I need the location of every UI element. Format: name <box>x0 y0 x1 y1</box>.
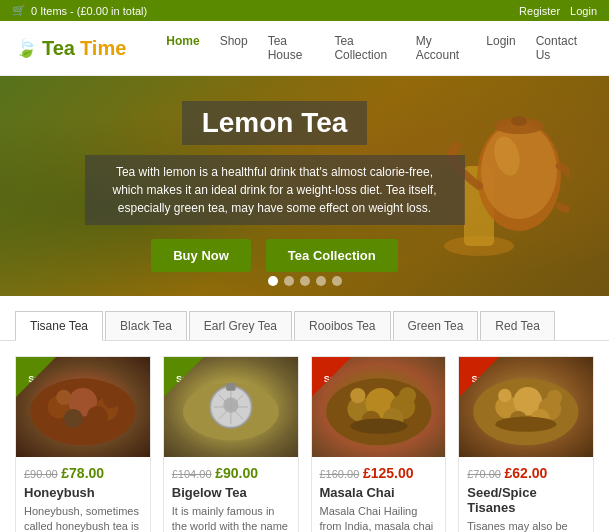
product-card-honeybush: Sale £90.00 £78.00 Honeybush Honeybush, … <box>15 356 151 532</box>
price-original-honeybush: £90.00 £78.00 <box>24 465 142 481</box>
nav-tea-collection[interactable]: Tea Collection <box>324 29 405 67</box>
svg-rect-23 <box>226 383 236 391</box>
tab-tisane-tea[interactable]: Tisane Tea <box>15 311 103 341</box>
hero-banner: Lemon Tea Tea with lemon is a healthful … <box>0 76 609 296</box>
nav-contact[interactable]: Contact Us <box>526 29 594 67</box>
logo[interactable]: 🍃 TeaTime <box>15 37 126 60</box>
top-bar: 🛒 0 Items - (£0.00 in total) Register Lo… <box>0 0 609 21</box>
header: 🍃 TeaTime Home Shop Tea House Tea Collec… <box>0 21 609 76</box>
svg-point-14 <box>103 391 120 408</box>
tab-green-tea[interactable]: Green Tea <box>393 311 479 340</box>
login-link-top[interactable]: Login <box>570 5 597 17</box>
tab-earl-grey-tea[interactable]: Earl Grey Tea <box>189 311 292 340</box>
tab-red-tea[interactable]: Red Tea <box>480 311 554 340</box>
product-name-spice: Seed/Spice Tisanes <box>467 485 585 515</box>
price-masala: £160.00 £125.00 <box>320 465 438 481</box>
product-desc-masala: Masala Chai Hailing from India, masala c… <box>320 504 438 532</box>
logo-time: Time <box>80 37 126 60</box>
hero-description: Tea with lemon is a healthful drink that… <box>85 155 465 225</box>
buy-now-button[interactable]: Buy Now <box>151 239 251 272</box>
cart-icon: 🛒 <box>12 4 26 17</box>
svg-point-41 <box>496 417 557 432</box>
product-info-bigelow: £104.00 £90.00 Bigelow Tea It is mainly … <box>164 457 298 532</box>
hero-title: Lemon Tea <box>182 101 368 145</box>
products-grid: Sale £90.00 £78.00 Honeybush Honeybush, … <box>0 341 609 532</box>
nav-teahouse[interactable]: Tea House <box>258 29 325 67</box>
svg-point-12 <box>87 406 108 427</box>
svg-point-3 <box>481 123 557 219</box>
product-card-spice: Sale £70.00 £62.00 Seed/Spice Tisanes Ti… <box>458 356 594 532</box>
product-name-bigelow: Bigelow Tea <box>172 485 290 500</box>
nav-home[interactable]: Home <box>156 29 209 67</box>
register-link[interactable]: Register <box>519 5 560 17</box>
nav-login[interactable]: Login <box>476 29 525 67</box>
svg-point-5 <box>511 116 527 126</box>
hero-buttons: Buy Now Tea Collection <box>85 239 465 272</box>
price-bigelow: £104.00 £90.00 <box>172 465 290 481</box>
svg-point-30 <box>350 388 365 403</box>
product-info-masala: £160.00 £125.00 Masala Chai Masala Chai … <box>312 457 446 532</box>
tab-black-tea[interactable]: Black Tea <box>105 311 187 340</box>
product-name-honeybush: Honeybush <box>24 485 142 500</box>
nav-shop[interactable]: Shop <box>210 29 258 67</box>
dot-2[interactable] <box>284 276 294 286</box>
dot-1[interactable] <box>268 276 278 286</box>
product-info-honeybush: £90.00 £78.00 Honeybush Honeybush, somet… <box>16 457 150 532</box>
logo-tea: Tea <box>42 37 75 60</box>
product-card-bigelow: Sale £104.00 £90.00 Bigelow Tea It is ma… <box>163 356 299 532</box>
nav-myaccount[interactable]: My Account <box>406 29 477 67</box>
price-spice: £70.00 £62.00 <box>467 465 585 481</box>
logo-icon: 🍃 <box>15 37 37 59</box>
product-name-masala: Masala Chai <box>320 485 438 500</box>
svg-point-13 <box>56 390 71 405</box>
product-card-masala: Sale £160.00 £125.00 Masala Chai Masala … <box>311 356 447 532</box>
hero-dots <box>268 276 342 286</box>
svg-point-32 <box>350 418 407 433</box>
product-tabs-section: Tisane Tea Black Tea Earl Grey Tea Rooib… <box>0 296 609 341</box>
product-desc-bigelow: It is mainly famous in the world with th… <box>172 504 290 532</box>
hero-content: Lemon Tea Tea with lemon is a healthful … <box>65 101 485 272</box>
product-desc-honeybush: Honeybush, sometimes called honeybush te… <box>24 504 142 532</box>
svg-point-31 <box>398 387 415 404</box>
cart-info: 🛒 0 Items - (£0.00 in total) <box>12 4 147 17</box>
svg-point-40 <box>547 390 562 405</box>
dot-4[interactable] <box>316 276 326 286</box>
product-desc-spice: Tisanes may also be classified as medici… <box>467 519 585 532</box>
product-info-spice: £70.00 £62.00 Seed/Spice Tisanes Tisanes… <box>459 457 593 532</box>
svg-point-11 <box>64 409 83 428</box>
tea-collection-button[interactable]: Tea Collection <box>266 239 398 272</box>
product-tabs: Tisane Tea Black Tea Earl Grey Tea Rooib… <box>15 311 594 340</box>
svg-point-39 <box>498 389 511 402</box>
dot-5[interactable] <box>332 276 342 286</box>
tab-rooibos-tea[interactable]: Rooibos Tea <box>294 311 391 340</box>
cart-text: 0 Items - (£0.00 in total) <box>31 5 147 17</box>
main-nav: Home Shop Tea House Tea Collection My Ac… <box>156 29 594 67</box>
top-bar-links: Register Login <box>519 5 597 17</box>
dot-3[interactable] <box>300 276 310 286</box>
